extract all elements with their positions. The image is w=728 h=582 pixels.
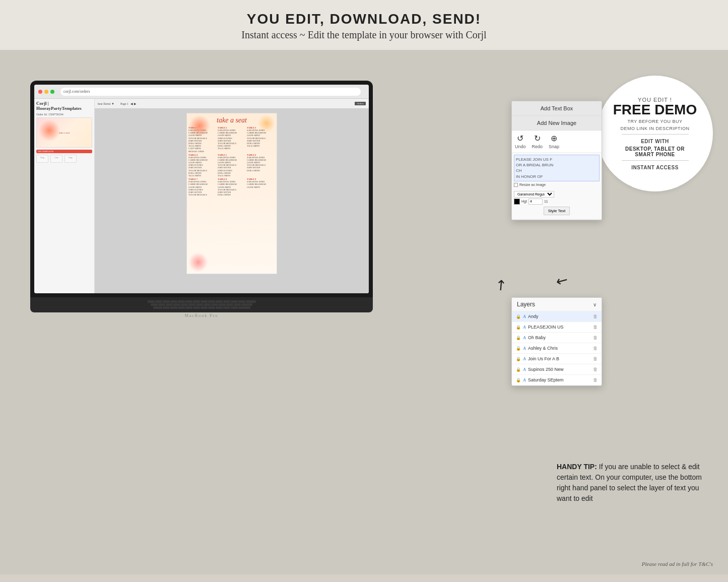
style-text-button[interactable]: Style Text [544,207,570,215]
undo-icon: ↺ [517,134,523,143]
layer-letter-e: A [523,356,526,361]
height-label: Hgt [521,200,527,203]
sidebar-action-2[interactable]: Cust [50,155,62,163]
corjl-ui: Corjl | HoorayPartyTemplates Order Id: 1… [34,99,369,293]
add-new-image-btn[interactable]: Add New Image [512,116,602,131]
laptop-area: corjl.com/orders Corjl | HoorayPartyTemp… [0,50,393,574]
layer-name-join-us: Join Us For A B [528,356,591,361]
height-input[interactable] [528,199,543,205]
layer-name-supinos: Supinos 250 New [528,367,591,372]
free-demo-edit-with: EDIT WITH [641,139,669,144]
layer-delete-icon-7[interactable]: 🗑 [593,377,598,382]
table-2-block: TABLE 2 SAMANTHA JONESCARRIE BRADSHAWJAS… [218,126,246,153]
sidebar-action-1[interactable]: Orig [36,155,48,163]
floating-edit-panel: Add Text Box Add New Image ↺ Undo ↻ Redo… [511,101,602,220]
resize-as-image-row: Resize as Image [514,183,600,187]
redo-icon: ↻ [534,134,541,143]
layer-letter-a: A [523,314,526,319]
layer-letter-g: A [523,377,526,382]
laptop-keyboard [30,297,373,312]
terms-text: Please read ad in full for T&C's [642,561,713,567]
preview-line-3: CH [516,168,598,173]
layer-item-andy[interactable]: 🔒 A Andy 🗑 [512,311,602,322]
seating-chart-bg: take a seat TABLE 1 SAMANTHA JONESCARRIE… [187,113,277,274]
undo-label: Undo [515,144,526,149]
layer-delete-icon-3[interactable]: 🗑 [593,335,598,340]
undo-tool[interactable]: ↺ Undo [515,134,526,149]
layer-delete-icon[interactable]: 🗑 [593,314,598,319]
layers-panel: Layers ∨ 🔒 A Andy 🗑 🔒 A PLEASEJOIN US 🗑 … [511,297,602,386]
preview-line-2: OR A BRIDAL BRUN [516,162,598,168]
preview-text-box: PLEASE JOIN US F OR A BRIDAL BRUN CH IN … [514,155,600,181]
free-demo-circle: YOU EDIT ! FREE DEMO TRY BEFORE YOU BUY … [597,76,713,191]
snap-tool[interactable]: ⊕ Snap [549,134,559,149]
layer-delete-icon-2[interactable]: 🗑 [593,325,598,330]
font-dropdown-row: Garamond Regular [514,188,600,198]
resize-label: Resize as Image [519,183,546,186]
layers-chevron-icon[interactable]: ∨ [593,302,597,307]
layer-letter-d: A [523,346,526,351]
layer-item-ashley-chris[interactable]: 🔒 A Ashley & Chris 🗑 [512,343,602,354]
layer-item-supinos[interactable]: 🔒 A Supinos 250 New 🗑 [512,364,602,375]
layer-lock-icon-7: 🔒 [516,378,521,382]
laptop-screen-inner: corjl.com/orders Corjl | HoorayPartyTemp… [34,85,369,293]
add-text-box-btn[interactable]: Add Text Box [512,101,602,116]
layer-lock-icon-2: 🔒 [516,325,521,330]
layer-item-oh-baby[interactable]: 🔒 A Oh Baby 🗑 [512,333,602,343]
free-demo-try-before: TRY BEFORE YOU BUY [627,119,682,124]
layer-item-pleasejoin[interactable]: 🔒 A PLEASEJOIN US 🗑 [512,322,602,333]
layer-name: Andy [528,314,591,319]
layer-lock-icon-5: 🔒 [516,357,521,361]
arrow-to-layers: ↙ [553,270,571,290]
size-input-row: Hgt 11 [514,199,600,205]
handy-tip: HANDY TIP: If you are unable to select &… [557,462,713,504]
snap-label: Snap [549,144,559,149]
table-4-block: TABLE 4 SAMANTHA JONESCARRIE BRADSHAWJAS… [188,154,217,177]
free-demo-divider-2 [622,160,689,161]
handy-tip-label: HANDY TIP: [557,463,599,471]
free-demo-demo-link: DEMO LINK IN DESCRIPTION [620,126,689,131]
top-banner: YOU EDIT, DOWNLOAD, SEND! Instant access… [0,0,728,50]
font-dropdown[interactable]: Garamond Regular [514,191,554,198]
free-demo-title: FREE DEMO [613,103,697,117]
color-swatch[interactable] [514,199,520,205]
corjl-toolbar: best florist ▼ Page 1 ◀ ▶ Orders [95,99,369,109]
laptop-screen: corjl.com/orders Corjl | HoorayPartyTemp… [30,81,373,297]
preview-line-4: IN HONOR OF [516,174,598,179]
table-8-block: TABLE 8 SAMANTHA JONESCARRIE BRADSHAWJAS… [218,178,246,196]
orders-btn[interactable]: Orders [355,102,366,105]
main-area: corjl.com/orders Corjl | HoorayPartyTemp… [0,50,728,574]
layer-delete-icon-5[interactable]: 🗑 [593,356,598,361]
keyboard-rows [47,300,356,309]
corjl-canvas-area: take a seat TABLE 1 SAMANTHA JONESCARRIE… [95,109,369,293]
panel-preview: PLEASE JOIN US F OR A BRIDAL BRUN CH IN … [512,153,602,220]
layer-item-saturday[interactable]: 🔒 A Saturday SEptem 🗑 [512,375,602,385]
corjl-sidebar: Corjl | HoorayPartyTemplates Order Id: 1… [34,99,95,293]
layers-title: Layers [517,301,535,308]
layer-lock-icon-6: 🔒 [516,367,521,372]
resize-checkbox[interactable] [514,183,518,187]
corjl-logo: Corjl | HoorayPartyTemplates [36,101,92,111]
macbook-label: MacBook Pro [20,313,383,318]
layer-name-oh-baby: Oh Baby [528,335,591,340]
layer-item-join-us[interactable]: 🔒 A Join Us For A B 🗑 [512,354,602,364]
layer-delete-icon-4[interactable]: 🗑 [593,346,598,351]
layer-letter-c: A [523,335,526,340]
browser-maximize-dot [50,90,54,94]
layer-lock-icon: 🔒 [516,314,521,319]
layer-delete-icon-6[interactable]: 🗑 [593,367,598,372]
layer-name-2: PLEASEJOIN US [528,325,591,330]
corjl-order-id: Order Id: 1509758194 [36,113,92,116]
layer-lock-icon-3: 🔒 [516,336,521,340]
toolbar-page: Page 1 [120,102,128,105]
preview-line-1: PLEASE JOIN US F [516,157,598,162]
panel-tools: ↺ Undo ↻ Redo ⊕ Snap [512,131,602,153]
sidebar-action-3[interactable]: Sign [64,155,77,163]
layer-name-ashley-chris: Ashley & Chris [528,346,591,351]
free-demo-divider-1 [622,134,689,135]
browser-address-bar[interactable]: corjl.com/orders [60,88,361,96]
seating-chart-preview: take a seat TABLE 1 SAMANTHA JONESCARRIE… [186,113,277,274]
redo-tool[interactable]: ↻ Redo [532,134,543,149]
corjl-main-canvas: best florist ▼ Page 1 ◀ ▶ Orders [95,99,369,293]
layers-header: Layers ∨ [512,298,602,311]
